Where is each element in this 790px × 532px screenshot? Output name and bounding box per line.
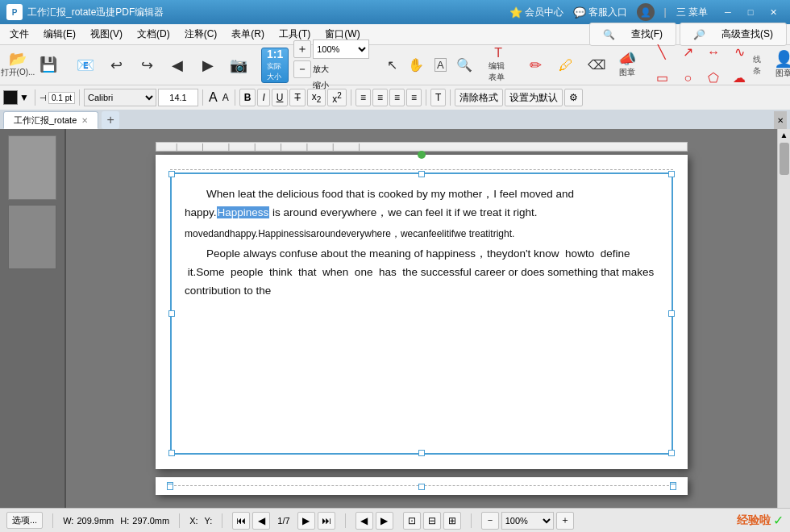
- page2-handle-bm[interactable]: [418, 484, 425, 490]
- hand-tool[interactable]: ✋: [405, 48, 427, 83]
- camera-button[interactable]: 📷: [224, 48, 253, 83]
- curve-tool[interactable]: ∿: [727, 40, 751, 64]
- handle-mid-left[interactable]: [168, 310, 175, 317]
- prev-page-btn[interactable]: ◀: [163, 48, 192, 83]
- close-button[interactable]: ✕: [763, 4, 784, 20]
- zoom-in-label[interactable]: 放大: [313, 64, 329, 75]
- redact-tool[interactable]: 👤 图章: [769, 48, 790, 83]
- menu-document[interactable]: 文档(D): [131, 26, 177, 43]
- zoom-tool[interactable]: 🔍: [453, 48, 476, 83]
- prev-page-button[interactable]: ◀: [252, 512, 270, 530]
- strikethrough-button[interactable]: T: [289, 89, 305, 106]
- selection-top-border: [170, 169, 673, 170]
- font-size-input[interactable]: [158, 89, 198, 106]
- active-tab[interactable]: 工作汇报_rotate ✕: [3, 111, 98, 129]
- color-dropdown[interactable]: ▼: [19, 92, 27, 103]
- set-default-button[interactable]: 设置为默认: [505, 89, 563, 106]
- subscript-button[interactable]: x2: [307, 89, 326, 106]
- increase-font-size[interactable]: A: [209, 90, 218, 105]
- handle-bottom-mid[interactable]: [418, 450, 425, 456]
- bold-button[interactable]: B: [239, 89, 256, 106]
- add-tab-button[interactable]: +: [102, 111, 119, 129]
- open-button[interactable]: 📂 打开(O)...: [3, 48, 32, 83]
- two-page-view[interactable]: ⊞: [443, 512, 461, 530]
- cursor-tool[interactable]: ↖: [380, 48, 403, 83]
- align-left-button[interactable]: ≡: [356, 89, 371, 106]
- tab-close-icon[interactable]: ✕: [81, 116, 88, 125]
- page2-handle-bl[interactable]: [167, 484, 173, 490]
- save-button[interactable]: 💾: [34, 48, 63, 83]
- page-navigation: ⏮ ◀ 1/7 ▶ ⏭: [232, 512, 335, 530]
- handle-top-left[interactable]: [168, 171, 175, 177]
- handle-mid-right[interactable]: [668, 310, 675, 317]
- menu-view[interactable]: 视图(V): [84, 26, 129, 43]
- clear-format-button[interactable]: 清除格式: [455, 89, 503, 106]
- zoom-minus-button[interactable]: －: [293, 60, 311, 78]
- scroll-up-button[interactable]: ▲: [780, 131, 788, 139]
- redo-button[interactable]: ↪: [132, 48, 161, 83]
- handle-top-right[interactable]: [668, 171, 675, 177]
- pen-tool[interactable]: ✏: [521, 48, 550, 83]
- indent-button[interactable]: T: [430, 89, 446, 106]
- fmt-sep7: [450, 89, 451, 106]
- highlight-tool[interactable]: 🖊: [551, 48, 580, 83]
- top-handle[interactable]: [418, 151, 426, 159]
- menu-form[interactable]: 表单(R): [225, 26, 271, 43]
- vertical-scrollbar[interactable]: ▲: [777, 129, 790, 508]
- handle-top-mid[interactable]: [418, 171, 425, 177]
- decrease-font-size[interactable]: A: [222, 92, 229, 103]
- menu-file[interactable]: 文件: [3, 26, 35, 43]
- superscript-button[interactable]: x2: [327, 89, 347, 106]
- scroll-thumb[interactable]: [780, 143, 789, 175]
- minimize-button[interactable]: ─: [717, 4, 738, 20]
- thumbnail-1[interactable]: [8, 135, 56, 200]
- align-right-button[interactable]: ≡: [389, 89, 405, 106]
- text-tool[interactable]: T 编辑表单: [484, 48, 513, 83]
- double-arrow-tool[interactable]: ↔: [701, 40, 726, 64]
- handle-bottom-right[interactable]: [668, 450, 675, 456]
- font-color-box[interactable]: [3, 90, 18, 105]
- zoom-in-status-button[interactable]: ＋: [556, 512, 574, 530]
- menu-button[interactable]: 三 菜单: [676, 6, 708, 19]
- first-page-button[interactable]: ⏮: [232, 512, 250, 530]
- fmt-sep2: [79, 89, 80, 106]
- justify-button[interactable]: ≡: [406, 89, 422, 106]
- text-select-tool[interactable]: A: [429, 48, 451, 83]
- gear-button[interactable]: ⚙: [564, 89, 583, 106]
- font-family-select[interactable]: Calibri Arial Times New Roman: [84, 89, 156, 106]
- email-button[interactable]: 📧: [71, 48, 100, 83]
- align-center-button[interactable]: ≡: [372, 89, 388, 106]
- member-center-link[interactable]: ⭐ 会员中心: [509, 6, 563, 19]
- zoom-status-select[interactable]: 100%: [501, 512, 554, 530]
- text-edit-box[interactable]: When leat the delicious food that is coo…: [170, 172, 673, 455]
- undo-button[interactable]: ↩: [102, 48, 131, 83]
- zoom-plus-button[interactable]: ＋: [293, 40, 311, 58]
- scroll-next-button[interactable]: ▶: [376, 512, 393, 530]
- zoom-select[interactable]: 100% 75% 125% 150%: [313, 39, 369, 59]
- scroll-prev-button[interactable]: ◀: [356, 512, 373, 530]
- actual-size-button[interactable]: 1:1 实际大小: [261, 48, 289, 83]
- underline-button[interactable]: U: [272, 89, 289, 106]
- menu-annotate[interactable]: 注释(C): [178, 26, 224, 43]
- page2-handle-br[interactable]: [670, 484, 676, 490]
- arrow-tool[interactable]: ↗: [676, 40, 700, 64]
- handle-bottom-left[interactable]: [168, 450, 175, 456]
- thumbnail-2[interactable]: [8, 205, 56, 269]
- next-page-btn[interactable]: ▶: [193, 48, 222, 83]
- decrease-indent-icon[interactable]: ⊣: [40, 94, 47, 102]
- menu-edit[interactable]: 编辑(E): [37, 26, 82, 43]
- continuous-view[interactable]: ⊟: [423, 512, 441, 530]
- italic-button[interactable]: I: [257, 89, 269, 106]
- close-doc-button[interactable]: ✕: [774, 111, 787, 129]
- select-options-button[interactable]: 选项...: [6, 512, 43, 529]
- customer-service-link[interactable]: 💬 客服入口: [573, 6, 627, 19]
- single-page-view[interactable]: ⊡: [403, 512, 421, 530]
- eraser-tool[interactable]: ⌫: [582, 48, 611, 83]
- user-avatar[interactable]: 👤: [637, 3, 655, 21]
- stamp-tool[interactable]: 📣 图章: [613, 48, 642, 83]
- last-page-button[interactable]: ⏭: [318, 512, 335, 530]
- zoom-out-status-button[interactable]: －: [481, 512, 499, 530]
- maximize-button[interactable]: □: [740, 4, 761, 20]
- line-draw-tool[interactable]: ╲: [650, 40, 674, 64]
- next-page-button[interactable]: ▶: [297, 512, 315, 530]
